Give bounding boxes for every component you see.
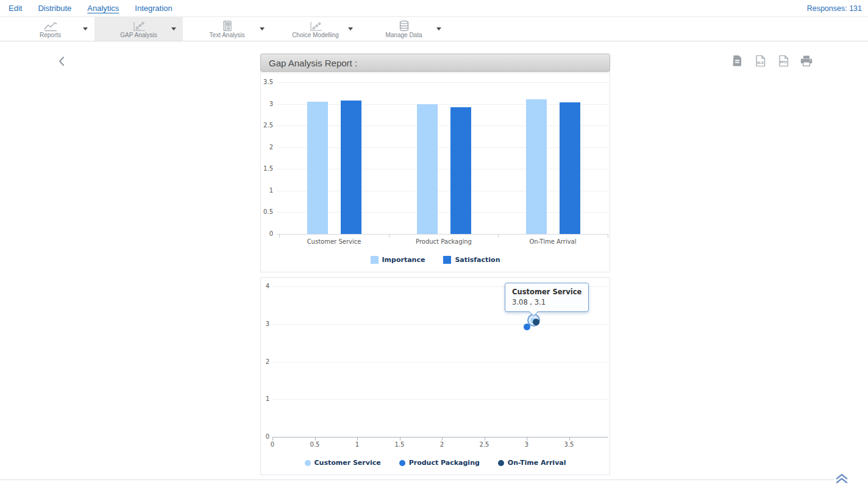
chevron-left-icon [58, 59, 65, 68]
axis-tick [498, 234, 499, 238]
on-time-arrival-swatch [498, 460, 504, 466]
gridline [272, 399, 608, 400]
gridline [272, 324, 608, 325]
text-analysis-icon [221, 20, 233, 32]
x-axis-line [277, 234, 608, 235]
toolbar-item-reports[interactable]: Reports [6, 17, 94, 41]
top-navbar: Edit Distribute Analytics Integration Re… [0, 0, 868, 17]
legend-label: Importance [382, 256, 425, 264]
bar-satisfaction-product-packaging[interactable] [450, 107, 471, 234]
toolbar-item-label: GAP Analysis [120, 32, 157, 38]
axis-tick [315, 437, 316, 441]
export-xls-button[interactable]: XLS [753, 55, 767, 68]
svg-text:XLS: XLS [756, 61, 763, 65]
toolbar-item-gap-analysis[interactable]: GAP Analysis [94, 17, 183, 41]
axis-tick [485, 437, 485, 441]
bar-importance-on-time-arrival[interactable] [526, 99, 547, 234]
legend-item-product-packaging[interactable]: Product Packaging [399, 459, 480, 467]
export-pptx-button[interactable]: PPTX [777, 55, 790, 68]
axis-tick [357, 437, 358, 441]
bar-importance-product-packaging[interactable] [417, 104, 438, 234]
xls-file-icon: XLS [755, 60, 766, 69]
analytics-toolbar: Reports GAP Analysis [0, 17, 868, 41]
x-tick-label: 3.5 [560, 441, 578, 448]
legend-item-importance[interactable]: Importance [371, 256, 425, 264]
svg-text:PPTX: PPTX [780, 61, 788, 64]
legend-label: Product Packaging [409, 459, 480, 467]
bar-chart-legend: Importance Satisfaction [261, 256, 610, 264]
x-axis-line [272, 437, 608, 437]
scroll-top-button[interactable] [834, 473, 849, 484]
bottom-divider [0, 480, 834, 480]
gap-bar-chart: Importance Satisfaction 00.511.522.533.5… [260, 73, 610, 272]
database-icon [398, 20, 410, 32]
y-tick-label: 1 [262, 187, 273, 194]
legend-item-satisfaction[interactable]: Satisfaction [443, 256, 500, 264]
document-icon [732, 59, 742, 68]
legend-item-customer-service[interactable]: Customer Service [305, 459, 381, 467]
toolbar-item-manage-data[interactable]: Manage Data [360, 17, 448, 41]
chevron-down-icon[interactable] [260, 27, 265, 30]
tooltip-title: Customer Service [512, 288, 582, 296]
customer-service-swatch [305, 460, 311, 466]
chevron-down-icon[interactable] [436, 27, 441, 30]
y-tick-label: 2.5 [262, 122, 273, 129]
gap-analysis-icon [132, 20, 146, 32]
y-tick-label: 4 [262, 283, 269, 290]
y-tick-label: 1.5 [262, 165, 273, 172]
y-tick-label: 2 [262, 358, 269, 366]
scatter-point-product-packaging[interactable] [524, 324, 530, 330]
axis-tick [608, 234, 608, 238]
x-tick-label: 1.5 [391, 441, 409, 448]
toolbar-item-label: Text Analysis [210, 32, 245, 38]
x-tick-label: 2 [433, 441, 451, 448]
nav-item-integration[interactable]: Integration [135, 4, 172, 13]
legend-item-on-time-arrival[interactable]: On-Time Arrival [498, 459, 566, 467]
choice-modelling-icon [308, 20, 323, 32]
bar-satisfaction-on-time-arrival[interactable] [560, 102, 580, 234]
export-toolbar: XLS PPTX [730, 55, 813, 68]
axis-tick [400, 437, 400, 441]
gridline [272, 362, 608, 363]
nav-item-distribute[interactable]: Distribute [38, 4, 71, 13]
y-tick-label: 2 [262, 144, 273, 151]
toolbar-item-text-analysis[interactable]: Text Analysis [183, 17, 271, 41]
y-tick-label: 3 [262, 101, 273, 108]
back-button[interactable] [54, 55, 68, 69]
page-title: Gap Analysis Report : [269, 58, 357, 68]
scatter-point-on-time-arrival[interactable] [533, 319, 539, 325]
x-tick-label: 3 [518, 441, 536, 448]
x-tick-label: 0.5 [306, 441, 324, 448]
x-tick-label: 0 [263, 441, 282, 448]
chevron-down-icon[interactable] [348, 27, 353, 30]
nav-item-analytics[interactable]: Analytics [87, 4, 119, 13]
gap-scatter-chart: Customer Service 3.08 , 3.1 Customer Ser… [260, 277, 610, 475]
nav-item-edit[interactable]: Edit [9, 4, 22, 13]
toolbar-item-label: Reports [40, 32, 61, 38]
printer-icon [800, 59, 813, 68]
gridline [277, 82, 608, 83]
scatter-chart-legend: Customer Service Product Packaging On-Ti… [261, 459, 610, 467]
axis-tick [527, 437, 527, 441]
product-packaging-swatch [399, 460, 405, 466]
pptx-file-icon: PPTX [778, 60, 789, 69]
axis-tick [279, 234, 280, 238]
legend-label: Satisfaction [455, 256, 500, 264]
y-tick-label: 0 [262, 433, 269, 441]
nav-links: Edit Distribute Analytics Integration [9, 4, 173, 13]
importance-swatch [371, 256, 379, 264]
export-document-button[interactable] [730, 55, 744, 68]
toolbar-item-label: Manage Data [385, 32, 422, 38]
satisfaction-swatch [443, 256, 451, 264]
axis-tick [442, 437, 443, 441]
chevron-down-icon[interactable] [83, 27, 88, 30]
toolbar-item-choice-modelling[interactable]: Choice Modelling [271, 17, 360, 41]
chevron-down-icon[interactable] [171, 27, 176, 30]
toolbar-item-label: Choice Modelling [292, 32, 339, 38]
export-print-button[interactable] [800, 55, 813, 68]
bar-satisfaction-customer-service[interactable] [341, 101, 361, 234]
axis-tick [569, 437, 570, 441]
bar-importance-customer-service[interactable] [307, 102, 328, 234]
legend-label: On-Time Arrival [508, 459, 566, 467]
category-label-on-time-arrival: On-Time Arrival [504, 238, 602, 246]
